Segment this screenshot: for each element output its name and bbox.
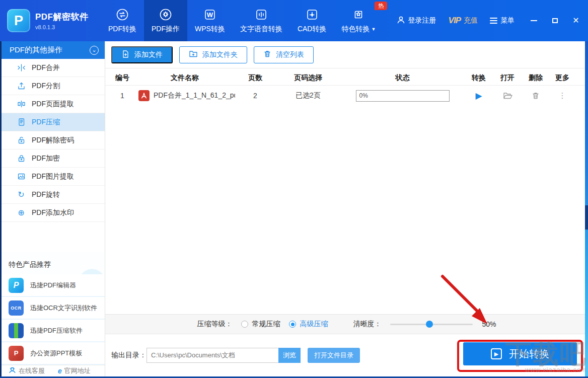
row-index: 1 bbox=[110, 92, 134, 100]
main-nav: PDF转换 PDF操作 W WPS转换 文字语音转换 bbox=[101, 0, 383, 41]
sidebar-item-pdf-split[interactable]: PDF分割 bbox=[2, 77, 105, 95]
col-header-pages: 页数 bbox=[235, 73, 275, 83]
sidebar-item-pdf-encrypt[interactable]: PDF加密 bbox=[2, 149, 105, 168]
trash-icon bbox=[263, 50, 271, 59]
radio-normal-compress[interactable]: 常规压缩 bbox=[241, 320, 280, 329]
sidebar-item-pdf-compress[interactable]: PDF压缩 bbox=[2, 113, 105, 131]
sidebar-item-pdf-rotate[interactable]: ↻ PDF旋转 bbox=[2, 186, 105, 204]
rotate-icon: ↻ bbox=[17, 190, 26, 199]
row-delete-button[interactable] bbox=[522, 92, 550, 100]
zip-icon bbox=[9, 323, 24, 338]
add-file-icon bbox=[121, 50, 130, 60]
compression-settings-bar: 压缩等级： 常规压缩 高级压缩 清晰度： 50% bbox=[105, 314, 588, 334]
app-logo-icon: P bbox=[7, 9, 30, 32]
nav-label: 文字语音转换 bbox=[240, 25, 282, 34]
browse-button[interactable]: 浏览 bbox=[278, 348, 301, 363]
menu-button[interactable]: 菜单 bbox=[490, 16, 514, 25]
nav-special-convert[interactable]: 热 特色转换▼ bbox=[334, 0, 383, 41]
add-file-button[interactable]: 添加文件 bbox=[111, 46, 173, 63]
clear-list-button[interactable]: 清空列表 bbox=[254, 46, 314, 63]
minimize-button[interactable] bbox=[530, 17, 538, 25]
maximize-button[interactable] bbox=[551, 17, 559, 25]
radio-advanced-compress[interactable]: 高级压缩 bbox=[289, 320, 328, 329]
row-more-button[interactable]: ⋮ bbox=[550, 91, 575, 100]
nav-wps-convert[interactable]: W WPS转换 bbox=[187, 0, 233, 41]
browser-e-icon: e bbox=[58, 367, 62, 375]
ocr-icon: OCR bbox=[9, 300, 24, 316]
vip-icon: VIP bbox=[449, 16, 461, 26]
svg-text:W: W bbox=[207, 11, 213, 19]
sidebar-item-pdf-merge[interactable]: PDF合并 bbox=[2, 59, 105, 77]
login-register-button[interactable]: 登录注册 bbox=[397, 16, 436, 26]
collapse-chevron-icon[interactable]: ⌄ bbox=[90, 46, 99, 55]
clarity-label: 清晰度： bbox=[353, 320, 381, 329]
add-folder-icon bbox=[189, 50, 198, 59]
output-dir-label: 输出目录： bbox=[111, 351, 146, 360]
online-service-link[interactable]: 在线客服 bbox=[9, 366, 45, 375]
vip-recharge-button[interactable]: VIP 充值 bbox=[449, 16, 478, 26]
official-site-link[interactable]: e 官网地址 bbox=[58, 366, 91, 375]
row-open-folder-button[interactable] bbox=[493, 92, 522, 100]
nav-cad-convert[interactable]: CAD转换 bbox=[290, 0, 334, 41]
close-button[interactable]: ✕ bbox=[572, 17, 580, 25]
title-block: PDF解密软件 v8.0.1.3 bbox=[35, 11, 89, 30]
radio-selected-icon bbox=[289, 321, 296, 328]
scrollbar-thumb[interactable] bbox=[585, 205, 588, 230]
sidebar-item-pdf-page-extract[interactable]: PDF页面提取 bbox=[2, 95, 105, 113]
progress-value: 0% bbox=[359, 92, 368, 99]
nav-pdf-convert[interactable]: PDF转换 bbox=[101, 0, 144, 41]
table-header: 编号 文件名称 页数 页码选择 状态 转换 打开 删除 更多 bbox=[105, 71, 588, 86]
page-extract-icon bbox=[17, 100, 26, 109]
output-path-input[interactable] bbox=[146, 348, 278, 363]
nav-text-speech-convert[interactable]: 文字语音转换 bbox=[233, 0, 290, 41]
lock-icon bbox=[17, 154, 26, 163]
col-header-open: 打开 bbox=[493, 73, 522, 83]
start-convert-button[interactable]: ▶ 开始转换 bbox=[463, 342, 577, 365]
col-header-convert: 转换 bbox=[464, 73, 493, 83]
window-right-edge bbox=[585, 41, 588, 376]
nav-label: PDF转换 bbox=[108, 25, 136, 34]
col-header-status: 状态 bbox=[341, 73, 464, 83]
app-title: PDF解密软件 bbox=[35, 11, 89, 23]
sidebar-header: PDF的其他操作 ⌄ bbox=[2, 41, 105, 59]
product-ocr[interactable]: OCR 迅捷OCR文字识别软件 bbox=[2, 297, 105, 320]
compress-doc-icon bbox=[17, 118, 26, 127]
play-square-icon: ▶ bbox=[491, 348, 502, 359]
sidebar: PDF的其他操作 ⌄ PDF合并 PDF分割 PDF页面提取 bbox=[0, 41, 105, 376]
product-ppt-templates[interactable]: P 办公资源PPT模板 bbox=[2, 342, 105, 365]
sidebar-item-pdf-watermark[interactable]: ⊕ PDF添加水印 bbox=[2, 204, 105, 222]
open-folder-icon bbox=[503, 92, 512, 100]
sidebar-item-pdf-remove-password[interactable]: PDF解除密码 bbox=[2, 131, 105, 149]
maximize-icon bbox=[552, 18, 558, 23]
hamburger-icon bbox=[490, 18, 497, 24]
row-page-select[interactable]: 已选2页 bbox=[275, 91, 341, 100]
open-file-dir-button[interactable]: 打开文件目录 bbox=[308, 348, 360, 363]
product-pdf-editor[interactable]: P 迅捷PDF编辑器 bbox=[2, 274, 105, 297]
toolbar: 添加文件 添加文件夹 清空列表 bbox=[105, 41, 588, 68]
clarity-slider[interactable] bbox=[390, 321, 473, 328]
table-row: 1 PDF合并_1_1_N_61_2_pd... 2 已选2页 0% ▶ bbox=[105, 86, 588, 106]
file-list-empty-area bbox=[105, 106, 588, 314]
sidebar-item-pdf-image-extract[interactable]: PDF图片提取 bbox=[2, 168, 105, 186]
col-header-more: 更多 bbox=[550, 73, 575, 83]
cad-icon bbox=[305, 8, 319, 22]
app-version: v8.0.1.3 bbox=[35, 24, 89, 30]
row-status-cell: 0% bbox=[341, 90, 464, 102]
row-filename-cell: PDF合并_1_1_N_61_2_pd... bbox=[134, 90, 235, 101]
row-convert-play-button[interactable]: ▶ bbox=[464, 91, 493, 101]
col-header-delete: 删除 bbox=[522, 73, 550, 83]
nav-label: WPS转换 bbox=[195, 25, 225, 34]
col-header-filename: 文件名称 bbox=[134, 73, 235, 83]
clarity-slider-thumb[interactable] bbox=[426, 321, 433, 328]
convert-icon bbox=[116, 8, 129, 22]
main-panel: 添加文件 添加文件夹 清空列表 编号 文件名称 页数 页码选择 状态 转换 打开 bbox=[105, 41, 588, 376]
add-watermark-icon: ⊕ bbox=[17, 208, 26, 217]
row-pages: 2 bbox=[235, 92, 275, 100]
app-window: P PDF解密软件 v8.0.1.3 PDF转换 PDF操作 bbox=[0, 0, 588, 378]
add-folder-button[interactable]: 添加文件夹 bbox=[179, 46, 247, 63]
output-bar: 输出目录： 浏览 打开文件目录 ▶ 开始转换 bbox=[105, 334, 588, 376]
chevron-down-icon: ▼ bbox=[371, 27, 376, 32]
clarity-value: 50% bbox=[482, 320, 496, 328]
product-pdf-compressor[interactable]: 迅捷PDF压缩软件 bbox=[2, 320, 105, 342]
nav-pdf-operate[interactable]: PDF操作 bbox=[144, 0, 187, 41]
